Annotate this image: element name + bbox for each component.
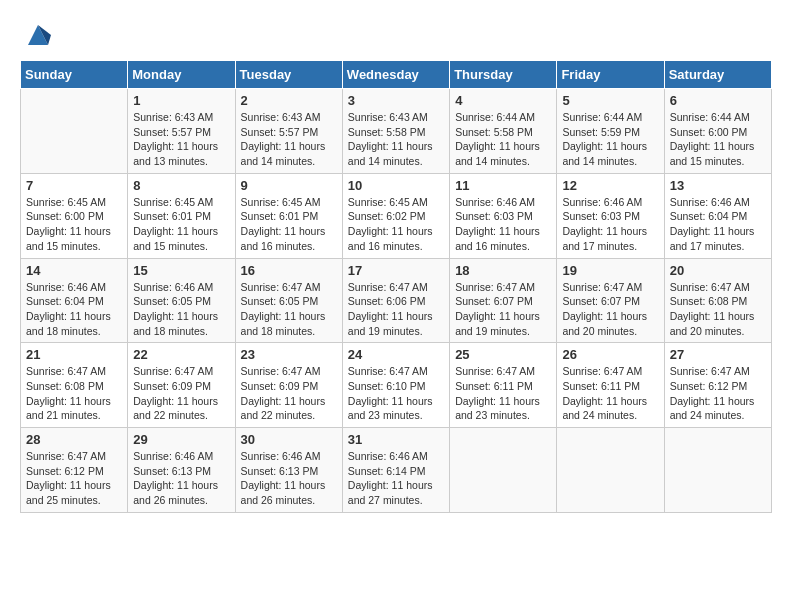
- calendar-cell: 15Sunrise: 6:46 AMSunset: 6:05 PMDayligh…: [128, 258, 235, 343]
- day-info: Sunrise: 6:45 AMSunset: 6:01 PMDaylight:…: [241, 195, 337, 254]
- calendar-cell: 28Sunrise: 6:47 AMSunset: 6:12 PMDayligh…: [21, 428, 128, 513]
- day-info: Sunrise: 6:47 AMSunset: 6:10 PMDaylight:…: [348, 364, 444, 423]
- calendar-cell: 3Sunrise: 6:43 AMSunset: 5:58 PMDaylight…: [342, 89, 449, 174]
- calendar-table: SundayMondayTuesdayWednesdayThursdayFrid…: [20, 60, 772, 513]
- calendar-cell: 10Sunrise: 6:45 AMSunset: 6:02 PMDayligh…: [342, 173, 449, 258]
- day-info: Sunrise: 6:45 AMSunset: 6:01 PMDaylight:…: [133, 195, 229, 254]
- calendar-cell: 6Sunrise: 6:44 AMSunset: 6:00 PMDaylight…: [664, 89, 771, 174]
- week-row-2: 7Sunrise: 6:45 AMSunset: 6:00 PMDaylight…: [21, 173, 772, 258]
- day-info: Sunrise: 6:47 AMSunset: 6:09 PMDaylight:…: [133, 364, 229, 423]
- calendar-cell: [21, 89, 128, 174]
- calendar-cell: 29Sunrise: 6:46 AMSunset: 6:13 PMDayligh…: [128, 428, 235, 513]
- day-info: Sunrise: 6:47 AMSunset: 6:09 PMDaylight:…: [241, 364, 337, 423]
- day-number: 1: [133, 93, 229, 108]
- day-number: 12: [562, 178, 658, 193]
- day-number: 11: [455, 178, 551, 193]
- logo: [20, 20, 53, 50]
- calendar-cell: 23Sunrise: 6:47 AMSunset: 6:09 PMDayligh…: [235, 343, 342, 428]
- calendar-cell: 12Sunrise: 6:46 AMSunset: 6:03 PMDayligh…: [557, 173, 664, 258]
- day-info: Sunrise: 6:44 AMSunset: 5:59 PMDaylight:…: [562, 110, 658, 169]
- day-number: 29: [133, 432, 229, 447]
- day-info: Sunrise: 6:46 AMSunset: 6:13 PMDaylight:…: [241, 449, 337, 508]
- day-info: Sunrise: 6:46 AMSunset: 6:03 PMDaylight:…: [455, 195, 551, 254]
- day-number: 26: [562, 347, 658, 362]
- calendar-cell: 18Sunrise: 6:47 AMSunset: 6:07 PMDayligh…: [450, 258, 557, 343]
- day-info: Sunrise: 6:45 AMSunset: 6:00 PMDaylight:…: [26, 195, 122, 254]
- day-info: Sunrise: 6:46 AMSunset: 6:04 PMDaylight:…: [26, 280, 122, 339]
- calendar-cell: 30Sunrise: 6:46 AMSunset: 6:13 PMDayligh…: [235, 428, 342, 513]
- day-info: Sunrise: 6:43 AMSunset: 5:57 PMDaylight:…: [241, 110, 337, 169]
- day-info: Sunrise: 6:47 AMSunset: 6:06 PMDaylight:…: [348, 280, 444, 339]
- day-number: 10: [348, 178, 444, 193]
- calendar-cell: [664, 428, 771, 513]
- day-header-tuesday: Tuesday: [235, 61, 342, 89]
- calendar-cell: 8Sunrise: 6:45 AMSunset: 6:01 PMDaylight…: [128, 173, 235, 258]
- day-header-friday: Friday: [557, 61, 664, 89]
- calendar-cell: 2Sunrise: 6:43 AMSunset: 5:57 PMDaylight…: [235, 89, 342, 174]
- page-header: [20, 20, 772, 50]
- calendar-cell: 13Sunrise: 6:46 AMSunset: 6:04 PMDayligh…: [664, 173, 771, 258]
- day-number: 15: [133, 263, 229, 278]
- day-info: Sunrise: 6:43 AMSunset: 5:57 PMDaylight:…: [133, 110, 229, 169]
- day-info: Sunrise: 6:47 AMSunset: 6:12 PMDaylight:…: [26, 449, 122, 508]
- week-row-5: 28Sunrise: 6:47 AMSunset: 6:12 PMDayligh…: [21, 428, 772, 513]
- day-number: 23: [241, 347, 337, 362]
- day-number: 27: [670, 347, 766, 362]
- day-number: 31: [348, 432, 444, 447]
- day-number: 7: [26, 178, 122, 193]
- day-info: Sunrise: 6:47 AMSunset: 6:11 PMDaylight:…: [455, 364, 551, 423]
- day-info: Sunrise: 6:47 AMSunset: 6:08 PMDaylight:…: [26, 364, 122, 423]
- day-info: Sunrise: 6:47 AMSunset: 6:05 PMDaylight:…: [241, 280, 337, 339]
- calendar-cell: 21Sunrise: 6:47 AMSunset: 6:08 PMDayligh…: [21, 343, 128, 428]
- day-info: Sunrise: 6:45 AMSunset: 6:02 PMDaylight:…: [348, 195, 444, 254]
- day-number: 17: [348, 263, 444, 278]
- calendar-cell: 24Sunrise: 6:47 AMSunset: 6:10 PMDayligh…: [342, 343, 449, 428]
- calendar-cell: 5Sunrise: 6:44 AMSunset: 5:59 PMDaylight…: [557, 89, 664, 174]
- day-number: 14: [26, 263, 122, 278]
- calendar-cell: 11Sunrise: 6:46 AMSunset: 6:03 PMDayligh…: [450, 173, 557, 258]
- calendar-cell: 22Sunrise: 6:47 AMSunset: 6:09 PMDayligh…: [128, 343, 235, 428]
- calendar-cell: [557, 428, 664, 513]
- day-info: Sunrise: 6:47 AMSunset: 6:12 PMDaylight:…: [670, 364, 766, 423]
- day-header-saturday: Saturday: [664, 61, 771, 89]
- day-number: 19: [562, 263, 658, 278]
- logo-icon: [23, 20, 53, 50]
- day-number: 5: [562, 93, 658, 108]
- calendar-cell: 27Sunrise: 6:47 AMSunset: 6:12 PMDayligh…: [664, 343, 771, 428]
- week-row-4: 21Sunrise: 6:47 AMSunset: 6:08 PMDayligh…: [21, 343, 772, 428]
- day-number: 28: [26, 432, 122, 447]
- day-number: 20: [670, 263, 766, 278]
- day-header-wednesday: Wednesday: [342, 61, 449, 89]
- week-row-1: 1Sunrise: 6:43 AMSunset: 5:57 PMDaylight…: [21, 89, 772, 174]
- day-info: Sunrise: 6:47 AMSunset: 6:07 PMDaylight:…: [455, 280, 551, 339]
- calendar-cell: [450, 428, 557, 513]
- day-info: Sunrise: 6:46 AMSunset: 6:14 PMDaylight:…: [348, 449, 444, 508]
- day-info: Sunrise: 6:47 AMSunset: 6:07 PMDaylight:…: [562, 280, 658, 339]
- calendar-cell: 19Sunrise: 6:47 AMSunset: 6:07 PMDayligh…: [557, 258, 664, 343]
- calendar-cell: 14Sunrise: 6:46 AMSunset: 6:04 PMDayligh…: [21, 258, 128, 343]
- calendar-cell: 25Sunrise: 6:47 AMSunset: 6:11 PMDayligh…: [450, 343, 557, 428]
- day-number: 3: [348, 93, 444, 108]
- week-row-3: 14Sunrise: 6:46 AMSunset: 6:04 PMDayligh…: [21, 258, 772, 343]
- day-number: 22: [133, 347, 229, 362]
- day-info: Sunrise: 6:47 AMSunset: 6:11 PMDaylight:…: [562, 364, 658, 423]
- day-info: Sunrise: 6:46 AMSunset: 6:13 PMDaylight:…: [133, 449, 229, 508]
- day-number: 24: [348, 347, 444, 362]
- day-info: Sunrise: 6:46 AMSunset: 6:05 PMDaylight:…: [133, 280, 229, 339]
- day-number: 21: [26, 347, 122, 362]
- calendar-cell: 26Sunrise: 6:47 AMSunset: 6:11 PMDayligh…: [557, 343, 664, 428]
- calendar-cell: 17Sunrise: 6:47 AMSunset: 6:06 PMDayligh…: [342, 258, 449, 343]
- day-number: 13: [670, 178, 766, 193]
- day-info: Sunrise: 6:46 AMSunset: 6:04 PMDaylight:…: [670, 195, 766, 254]
- day-number: 25: [455, 347, 551, 362]
- day-number: 6: [670, 93, 766, 108]
- day-info: Sunrise: 6:46 AMSunset: 6:03 PMDaylight:…: [562, 195, 658, 254]
- calendar-cell: 16Sunrise: 6:47 AMSunset: 6:05 PMDayligh…: [235, 258, 342, 343]
- calendar-cell: 31Sunrise: 6:46 AMSunset: 6:14 PMDayligh…: [342, 428, 449, 513]
- header-row: SundayMondayTuesdayWednesdayThursdayFrid…: [21, 61, 772, 89]
- day-info: Sunrise: 6:44 AMSunset: 6:00 PMDaylight:…: [670, 110, 766, 169]
- day-header-monday: Monday: [128, 61, 235, 89]
- day-number: 4: [455, 93, 551, 108]
- day-header-thursday: Thursday: [450, 61, 557, 89]
- day-number: 16: [241, 263, 337, 278]
